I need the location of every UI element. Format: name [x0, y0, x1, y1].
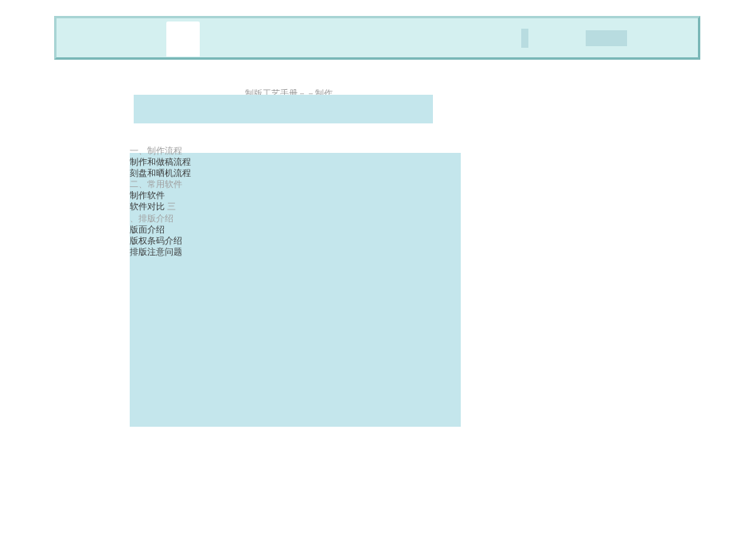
section-header-1: 一、制作流程: [130, 145, 191, 156]
outline-link[interactable]: 软件对比: [130, 201, 165, 211]
outline-link[interactable]: 版面介绍: [130, 224, 191, 235]
outline-link[interactable]: 制作和做稿流程: [130, 156, 191, 167]
section-header-3: 、排版介绍: [130, 213, 191, 224]
content-outline: 一、制作流程 制作和做稿流程 刻盘和晒机流程 二、常用软件 制作软件 软件对比 …: [130, 145, 191, 257]
section-header-3-prefix: 三: [167, 201, 176, 211]
outline-link[interactable]: 制作软件: [130, 189, 191, 201]
title-box: [134, 95, 433, 123]
banner-mark-2: [586, 30, 627, 46]
outline-link[interactable]: 排版注意问题: [130, 246, 191, 257]
outline-link[interactable]: 版权条码介绍: [130, 235, 191, 246]
banner-mark-1: [521, 29, 528, 48]
banner-tab[interactable]: [166, 21, 200, 57]
top-banner: [54, 16, 700, 60]
outline-row-mixed: 软件对比 三: [130, 201, 191, 213]
section-header-2: 二、常用软件: [130, 178, 191, 189]
outline-link[interactable]: 刻盘和晒机流程: [130, 167, 191, 178]
